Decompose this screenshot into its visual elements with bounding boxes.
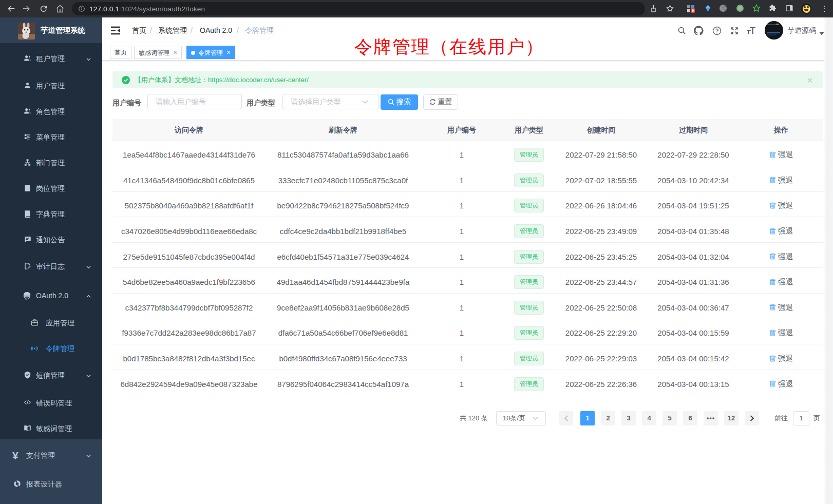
svg-text:9: 9 bbox=[692, 8, 694, 13]
